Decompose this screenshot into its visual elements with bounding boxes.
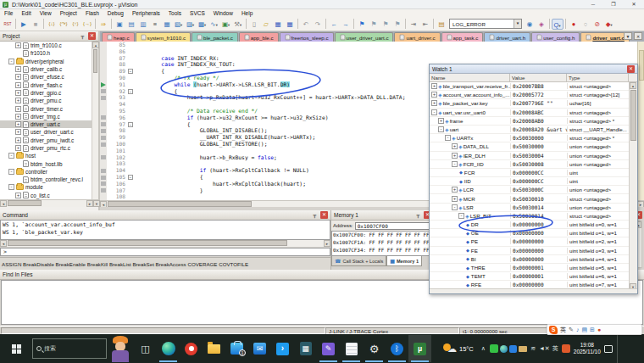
- collapse-minus-icon[interactable]: -: [8, 184, 14, 190]
- project-tree-item[interactable]: +driver_efuse.c: [0, 73, 92, 81]
- find-icon[interactable]: ▤: [436, 19, 447, 30]
- command-hscrollbar[interactable]: ◄ ►: [0, 240, 330, 247]
- expand-plus-icon[interactable]: +: [431, 100, 437, 106]
- tab-app_ble-c[interactable]: app_ble.c: [239, 32, 279, 42]
- tab-uart_driver-c[interactable]: uart_driver.c: [394, 32, 440, 42]
- store-icon[interactable]: 1: [225, 335, 248, 362]
- project-tree-item[interactable]: +driver_tmg.c: [0, 113, 92, 120]
- serial-window-icon[interactable]: ▩▼: [197, 19, 208, 30]
- menu-view[interactable]: View: [36, 9, 56, 17]
- watch-row[interactable]: ◆PE0x00000000uint bitfield o=2, w=1: [430, 237, 630, 246]
- ime-mode-indicator[interactable]: 英: [560, 326, 566, 334]
- prev-bookmark-icon[interactable]: ⚑: [368, 19, 380, 30]
- indent-icon[interactable]: ⇥: [408, 19, 419, 30]
- close-icon[interactable]: ✕: [627, 65, 635, 73]
- save-all-icon[interactable]: ▦: [284, 19, 296, 30]
- fold-minus-icon[interactable]: −: [128, 122, 133, 127]
- project-tree-hscrollbar[interactable]: ◄ ►▼: [0, 199, 100, 207]
- watch-row[interactable]: +◈DATA_DLL0x50030000union <untagged>: [430, 142, 630, 151]
- watch-row[interactable]: +◈MCR0x50030010struct <untagged>: [430, 194, 630, 203]
- watch-row[interactable]: +◈IER_DLH0x50030004union <untagged>: [430, 152, 630, 160]
- breakpoint-kill-icon[interactable]: ⊘: [591, 19, 603, 30]
- run-icon[interactable]: ▶: [18, 19, 30, 30]
- ime-tool-icon[interactable]: ●: [597, 327, 601, 332]
- fold-minus-icon[interactable]: −: [128, 69, 133, 74]
- menu-edit[interactable]: Edit: [17, 9, 35, 17]
- reset-icon[interactable]: RST: [2, 19, 14, 30]
- watch-column-value[interactable]: Value: [510, 74, 567, 82]
- pin-icon[interactable]: ┳: [414, 212, 422, 218]
- incremental-find-icon[interactable]: ◈: [536, 19, 547, 30]
- call-stack-window-icon[interactable]: ▦: [161, 19, 173, 30]
- tab-driver_uart-h[interactable]: driver_uart.h: [484, 32, 530, 42]
- watch-vscrollbar[interactable]: ▲ ▼: [629, 82, 636, 290]
- file-explorer-icon[interactable]: [203, 335, 225, 362]
- watch-column-type[interactable]: Type: [567, 74, 629, 82]
- expand-plus-icon[interactable]: +: [15, 98, 21, 103]
- tab-user_driver_uart-c[interactable]: user_driver_uart.c: [335, 32, 394, 42]
- navigate-back-icon[interactable]: ←: [328, 19, 340, 30]
- menu-project[interactable]: Project: [56, 9, 81, 17]
- navigate-forward-icon[interactable]: →: [340, 19, 352, 30]
- watch-row[interactable]: ◆TEMT0x00000001uint bitfield o=6, w=1: [430, 272, 630, 281]
- tray-expand-icon[interactable]: ∧: [479, 343, 488, 354]
- tab-call-stack-locals[interactable]: ☎Call Stack + Locals: [331, 256, 386, 266]
- handwriting-icon[interactable]: ✎: [569, 327, 574, 333]
- step-into-icon[interactable]: {↓}: [46, 19, 58, 30]
- expand-plus-icon[interactable]: +: [15, 42, 21, 48]
- calculator-icon[interactable]: ▦: [294, 335, 317, 362]
- expand-plus-icon[interactable]: +: [15, 137, 21, 143]
- bluetooth-icon[interactable]: ᛒ: [386, 335, 408, 362]
- project-tree-item[interactable]: -driver/peripheral: [0, 58, 92, 65]
- find-in-files-icon[interactable]: ◉: [524, 19, 536, 30]
- notes-app-icon[interactable]: [340, 335, 363, 362]
- memory-address-input[interactable]: 0x1007CF00: [355, 222, 433, 230]
- paint-app-icon[interactable]: [180, 335, 203, 362]
- project-tree-item[interactable]: +co_list.c: [0, 192, 92, 199]
- watch-row[interactable]: -◈uart0x20008A20 &uart_varstruct __UART_…: [430, 126, 630, 134]
- project-tree-item[interactable]: +trim_fr1010.c: [0, 42, 92, 49]
- action-center-icon[interactable]: [604, 345, 613, 353]
- menu-debug[interactable]: Debug: [103, 9, 128, 17]
- expand-plus-icon[interactable]: +: [15, 121, 21, 127]
- fold-minus-icon[interactable]: −: [128, 175, 133, 180]
- close-button[interactable]: ✕: [624, 0, 644, 9]
- step-out-icon[interactable]: {↑}: [69, 19, 81, 30]
- expand-plus-icon[interactable]: +: [438, 118, 444, 124]
- chevron-down-icon[interactable]: ▼: [514, 20, 521, 28]
- menu-peripherals[interactable]: Peripherals: [128, 9, 164, 17]
- project-tree-item[interactable]: +driver_timer.c: [0, 104, 92, 112]
- tab-freertos_sleep-c[interactable]: freertos_sleep.c: [280, 32, 334, 42]
- toolbox-icon[interactable]: ⚒▼: [232, 19, 244, 30]
- weather-widget[interactable]: ☁ 15°C: [443, 343, 474, 355]
- watch-row[interactable]: ◆OE0x00000000uint bitfield o=1, w=1: [430, 229, 630, 237]
- project-tree-item[interactable]: -module: [0, 183, 92, 191]
- undo-icon[interactable]: ↶: [300, 19, 312, 30]
- project-tree-item[interactable]: +driver_uart.c: [0, 120, 92, 128]
- fold-minus-icon[interactable]: −: [128, 89, 133, 94]
- project-tree-item[interactable]: +driver_pmu.c: [0, 97, 92, 104]
- watch-hscrollbar[interactable]: [430, 288, 637, 293]
- expand-plus-icon[interactable]: +: [431, 92, 437, 98]
- folder-tray-icon[interactable]: [519, 346, 527, 352]
- menu-flash[interactable]: Flash: [81, 9, 103, 17]
- watch-row[interactable]: +◈ble_packet_var.key0x2007796E ""uchar[1…: [430, 99, 630, 108]
- expand-plus-icon[interactable]: +: [15, 114, 21, 120]
- menu-help[interactable]: Help: [237, 9, 257, 17]
- watch-row[interactable]: -◈uart_var.usr_uart00x20008ABCstruct <un…: [430, 109, 630, 117]
- collapse-minus-icon[interactable]: -: [8, 59, 14, 64]
- taskbar-clock[interactable]: 19:08 2025/11/10: [574, 342, 601, 355]
- collapse-minus-icon[interactable]: -: [452, 161, 458, 167]
- expand-plus-icon[interactable]: +: [15, 74, 21, 80]
- memory-window-icon[interactable]: ▨▼: [185, 19, 197, 30]
- open-file-icon[interactable]: ▱: [260, 19, 272, 30]
- keyboard-icon[interactable]: ▤: [581, 327, 587, 333]
- tab-ble_packet-c[interactable]: ble_packet.c: [192, 32, 238, 42]
- collapse-minus-icon[interactable]: -: [445, 135, 451, 141]
- expand-plus-icon[interactable]: +: [431, 83, 437, 89]
- command-assist-bar[interactable]: ASSIGN BreakDisable BreakEnable BreakKil…: [0, 257, 330, 270]
- watch-row[interactable]: +◈ble_transport_var.receive_fr...0x20007…: [430, 82, 630, 91]
- menu-svcs[interactable]: SVCS: [186, 9, 209, 17]
- network-icon[interactable]: ≋: [529, 343, 538, 354]
- outdent-icon[interactable]: ⇤: [419, 19, 431, 30]
